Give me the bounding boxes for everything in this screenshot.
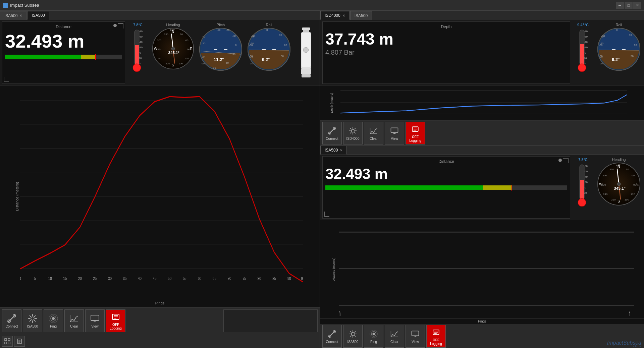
isa500b-settings-button[interactable]: ISA500 xyxy=(343,325,363,348)
svg-point-206 xyxy=(578,198,586,207)
svg-rect-58 xyxy=(247,27,291,50)
isd-logging-button[interactable]: OFF Logging xyxy=(406,122,425,144)
svg-text:-60: -60 xyxy=(249,44,253,47)
distance-value: 32.493 m xyxy=(5,32,122,51)
isa500b-clear-button[interactable]: Clear xyxy=(385,325,404,348)
close-button[interactable]: ✕ xyxy=(633,2,641,9)
isa500b-settings-icon xyxy=(347,329,358,339)
connect-label: Connect xyxy=(5,325,18,328)
svg-text:60: 60 xyxy=(226,61,229,64)
device-icon xyxy=(294,21,318,84)
app-icon xyxy=(3,3,8,8)
clear-button-left[interactable]: Clear xyxy=(64,309,84,332)
svg-text:65: 65 xyxy=(213,276,216,280)
tab-isa500-bottom[interactable]: ISA500 ✕ xyxy=(320,146,347,155)
left-tab-bar: ISA500 ✕ ISA500 xyxy=(0,11,320,20)
svg-text:-90: -90 xyxy=(249,55,253,58)
tab-close-icon[interactable]: ✕ xyxy=(19,14,22,17)
logging-icon xyxy=(110,311,121,322)
isd-logging-state: OFF xyxy=(412,135,419,139)
roll-gauge: Roll -60 -30 30 60 xyxy=(246,21,292,84)
tab-isa500-right[interactable]: ISA500 xyxy=(350,11,372,20)
svg-rect-7 xyxy=(135,45,139,65)
chart-y-label: Distance (meters) xyxy=(15,182,19,211)
svg-text:-90: -90 xyxy=(599,55,603,58)
tab-isa500-2[interactable]: ISA500 xyxy=(27,11,49,20)
isa500-bar-yellow xyxy=(483,185,512,190)
svg-rect-128 xyxy=(91,315,99,321)
maximize-button[interactable]: □ xyxy=(625,2,633,9)
svg-text:60: 60 xyxy=(185,39,189,42)
svg-text:50: 50 xyxy=(168,276,171,280)
isa500-bottom-tab-close[interactable]: ✕ xyxy=(340,149,342,152)
svg-text:240: 240 xyxy=(158,57,162,60)
chart-icon xyxy=(69,313,79,324)
isa500-label: ISA500 xyxy=(27,325,38,328)
svg-point-188 xyxy=(352,129,355,132)
title-bar: Impact Subsea ─ □ ✕ xyxy=(0,0,644,11)
svg-text:345.1°: 345.1° xyxy=(614,186,626,191)
temp-label: 7.8°C xyxy=(133,23,143,27)
depth-box: Depth 37.743 m 4.807 Bar xyxy=(322,21,570,84)
document-icon-btn[interactable] xyxy=(14,336,25,347)
svg-rect-76 xyxy=(302,27,310,30)
isd-thermometer: 9.43°C 80 60 40 20 0 -20 xyxy=(572,21,594,84)
isa500b-ping-button[interactable]: Ping xyxy=(364,325,383,348)
isa500b-connect-button[interactable]: Connect xyxy=(322,325,342,348)
isa500b-view-button[interactable]: View xyxy=(406,325,425,348)
thermometer-svg: 80 60 40 20 0 -20 xyxy=(128,28,148,73)
svg-rect-161 xyxy=(597,27,641,50)
svg-rect-205 xyxy=(580,180,584,200)
svg-text:60: 60 xyxy=(632,174,635,177)
isd4000-settings-button[interactable]: ISD4000 xyxy=(343,122,363,144)
isa500-heading-label: Heading xyxy=(612,158,626,162)
right-bottom-tab-bar: ISA500 ✕ xyxy=(320,146,644,155)
connect-button[interactable]: Connect xyxy=(2,309,21,332)
isd-connect-button[interactable]: Connect xyxy=(322,122,342,144)
isd4000-tab-close[interactable]: ✕ xyxy=(342,14,345,17)
svg-text:240: 240 xyxy=(603,193,608,196)
svg-point-8 xyxy=(133,64,141,72)
svg-text:-30: -30 xyxy=(202,42,206,45)
isa500-corner-bl xyxy=(324,212,329,217)
isa500-button[interactable]: ISA500 xyxy=(23,309,42,332)
svg-rect-82 xyxy=(302,74,311,77)
isa500b-clear-label: Clear xyxy=(390,340,398,344)
isd-clear-button[interactable]: Clear xyxy=(364,122,383,144)
pitch-gauge-svg: -60 -30 30 60 11.2° -90 -60 -30 0 30 60 … xyxy=(199,27,243,71)
isd4000-section: ISD4000 ✕ ISA500 Depth 37.743 m 4.807 Ba… xyxy=(320,11,644,146)
tab-isa500-1[interactable]: ISA500 ✕ xyxy=(0,11,26,20)
svg-rect-191 xyxy=(391,128,398,132)
isd-temp-label: 9.43°C xyxy=(577,23,589,27)
svg-text:-60: -60 xyxy=(599,44,603,47)
pitch-gauge: Pitch -6 xyxy=(198,21,244,84)
svg-text:20: 20 xyxy=(585,181,588,184)
isa500b-connect-icon xyxy=(327,329,337,339)
svg-text:30: 30 xyxy=(279,34,282,37)
isa500-bar-green xyxy=(325,185,483,190)
svg-text:80: 80 xyxy=(585,165,588,168)
tab-isd4000[interactable]: ISD4000 ✕ xyxy=(320,11,350,20)
svg-text:270: 270 xyxy=(601,183,606,186)
isa500b-logging-button[interactable]: OFF Logging xyxy=(426,325,446,348)
logging-state: OFF xyxy=(112,323,119,327)
view-button-left[interactable]: View xyxy=(85,309,105,332)
svg-text:0: 0 xyxy=(235,44,237,47)
isa500-bottom-section: ISA500 ✕ Distance 32.493 m xyxy=(320,146,644,348)
left-toolbar: Connect ISA500 xyxy=(0,307,320,334)
svg-text:120: 120 xyxy=(631,193,635,196)
svg-text:30: 30 xyxy=(232,53,235,56)
svg-point-239 xyxy=(373,333,375,335)
settings-icon xyxy=(27,313,38,324)
grid-icon-btn[interactable] xyxy=(2,336,13,347)
svg-text:300: 300 xyxy=(157,39,162,42)
svg-rect-138 xyxy=(8,342,10,344)
logging-button-left[interactable]: OFF Logging xyxy=(106,309,125,332)
isa500b-ping-label: Ping xyxy=(370,340,377,344)
minimize-button[interactable]: ─ xyxy=(616,2,624,9)
isd-chart-icon xyxy=(368,125,379,136)
isd-view-button[interactable]: View xyxy=(385,122,404,144)
svg-text:210: 210 xyxy=(611,198,616,201)
ping-button[interactable]: Ping xyxy=(44,309,63,332)
isa500-bottom-tab-label: ISA500 xyxy=(325,148,338,153)
